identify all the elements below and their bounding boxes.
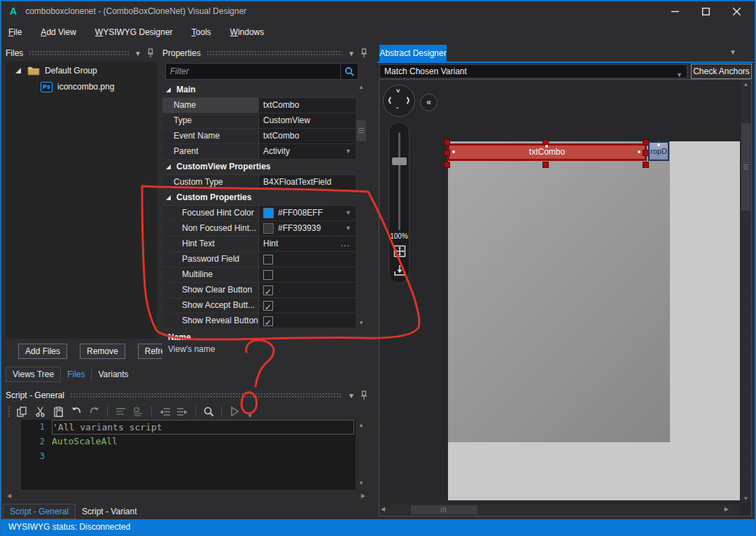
pan-up-icon[interactable]: ˅ [396, 87, 400, 94]
tab-files[interactable]: Files [61, 367, 91, 381]
dropdown-arrow-icon[interactable]: ▼ [345, 206, 351, 220]
scroll-up-icon[interactable]: ▲ [356, 83, 367, 92]
scroll-down-icon[interactable]: ▼ [356, 318, 367, 327]
pan-right-icon[interactable]: ❭ [405, 97, 411, 104]
menu-tools[interactable]: Tools [192, 27, 211, 37]
property-row-show-accept-button[interactable]: Show Accept Butt... [162, 298, 356, 313]
scroll-right-icon[interactable]: ▶ [724, 505, 729, 514]
property-row-show-reveal-button[interactable]: Show Reveal Button [162, 313, 356, 327]
designer-vertical-scrollbar[interactable]: ▲ ▼ [741, 80, 751, 503]
scroll-left-icon[interactable]: ◀ [381, 505, 385, 514]
editor-horizontal-scrollbar[interactable]: ◀ ▶ [6, 491, 367, 500]
tab-abstract-designer[interactable]: Abstract Designer [379, 45, 447, 62]
resize-handle[interactable] [444, 162, 450, 168]
tab-script-general[interactable]: Script - General [3, 504, 76, 519]
paste-icon[interactable] [51, 404, 65, 418]
dropdown-arrow-icon[interactable]: ▼ [345, 144, 351, 159]
zoom-slider[interactable]: 100% [388, 122, 410, 283]
uncomment-lines-icon[interactable] [132, 404, 146, 418]
property-row-event-name[interactable]: Event Name txtCombo [162, 129, 356, 144]
scroll-down-icon[interactable]: ▼ [741, 494, 751, 503]
menu-add-view[interactable]: Add View [41, 27, 76, 37]
property-group-main[interactable]: Main [162, 83, 356, 98]
menu-file[interactable]: File [8, 27, 22, 37]
comment-lines-icon[interactable] [113, 404, 127, 418]
chevron-down-icon[interactable]: ▼ [348, 50, 355, 57]
property-row-parent[interactable]: Parent Activity▼ [162, 144, 356, 160]
checkbox-unchecked[interactable] [263, 270, 273, 280]
checkbox-unchecked[interactable] [263, 255, 273, 265]
resize-handle[interactable] [542, 162, 549, 168]
collapse-panel-button[interactable]: « [420, 94, 438, 111]
code-editor[interactable]: 1 'All variants script 2 AutoScaleAll 3 [21, 420, 356, 490]
zoom-slider-thumb[interactable] [392, 157, 407, 165]
minimize-button[interactable] [659, 1, 690, 21]
tree-item-file[interactable]: Ps iconcombo.png [6, 80, 157, 94]
zoom-slider-track[interactable] [398, 132, 400, 230]
designer-horizontal-scrollbar[interactable]: ◀ ▶ [379, 505, 740, 515]
chevron-down-icon[interactable]: ▼ [134, 50, 141, 57]
shift-left-icon[interactable] [158, 404, 172, 418]
property-row-focused-hint-color[interactable]: Focused Hint Color #FF008EFF▼ [162, 206, 356, 221]
property-row-password-field[interactable]: Password Field [162, 252, 356, 267]
add-files-button[interactable]: Add Files [18, 344, 67, 359]
scrollbar-thumb[interactable] [356, 120, 366, 141]
checkbox-checked[interactable] [263, 316, 273, 326]
scrollbar-thumb[interactable] [411, 505, 477, 514]
variant-selector[interactable]: Match Chosen Variant ▼ [379, 64, 687, 78]
redo-icon[interactable] [88, 404, 102, 418]
run-script-icon[interactable] [227, 404, 241, 418]
toolbar-overflow-icon[interactable]: ▼ [247, 413, 253, 419]
pan-left-icon[interactable]: ❬ [387, 97, 393, 104]
shift-right-icon[interactable] [176, 404, 190, 418]
code-line[interactable]: 3 [21, 449, 356, 464]
menu-windows[interactable]: Windows [230, 27, 265, 37]
properties-scrollbar[interactable]: ▲ ▼ [356, 83, 367, 327]
scroll-up-icon[interactable]: ▲ [356, 421, 367, 430]
chevron-down-icon[interactable]: ▼ [729, 48, 736, 56]
find-icon[interactable] [202, 404, 216, 418]
property-row-hint-text[interactable]: Hint Text Hint... [162, 237, 356, 252]
scroll-left-icon[interactable]: ◀ [7, 491, 11, 500]
maximize-button[interactable] [690, 1, 721, 21]
pin-icon[interactable] [147, 48, 154, 58]
fit-to-screen-icon[interactable] [393, 245, 406, 258]
dropdown-arrow-icon[interactable]: ▼ [345, 221, 351, 236]
filter-input[interactable] [165, 63, 340, 80]
tree-expander-icon[interactable] [15, 68, 21, 73]
ellipsis-button[interactable]: ... [341, 237, 350, 251]
tab-script-variant[interactable]: Script - Variant [76, 505, 143, 519]
activity-canvas[interactable] [448, 141, 670, 442]
search-button[interactable] [340, 63, 358, 80]
pin-icon[interactable] [360, 390, 368, 400]
property-group-customview[interactable]: CustomView Properties [162, 160, 356, 175]
property-row-non-focused-hint[interactable]: Non Focused Hint... #FF393939▼ [162, 221, 356, 237]
cut-icon[interactable] [33, 404, 47, 418]
tab-views-tree[interactable]: Views Tree [6, 367, 61, 382]
pan-down-icon[interactable]: ˇ [396, 106, 398, 113]
scrollbar-thumb[interactable] [741, 123, 750, 211]
editor-vertical-scrollbar[interactable]: ▲ ▼ [356, 421, 367, 488]
pin-icon[interactable] [360, 48, 368, 58]
property-row-custom-type[interactable]: Custom Type B4XFloatTextField [162, 175, 356, 190]
scroll-up-icon[interactable]: ▲ [741, 80, 751, 89]
tab-variants[interactable]: Variants [92, 367, 134, 381]
close-button[interactable] [721, 1, 752, 21]
property-row-type[interactable]: Type CustomView [162, 113, 356, 129]
remove-button[interactable]: Remove [80, 344, 125, 359]
copy-icon[interactable] [15, 404, 29, 418]
menu-wysiwyg-designer[interactable]: WYSIWYG Designer [95, 27, 173, 37]
property-row-show-clear-button[interactable]: Show Clear Button [162, 283, 356, 298]
property-group-custom-properties[interactable]: Custom Properties [162, 190, 356, 206]
chevron-down-icon[interactable]: ▼ [348, 392, 355, 400]
code-line[interactable]: 2 AutoScaleAll [21, 435, 356, 449]
import-layout-icon[interactable] [393, 264, 406, 276]
scroll-right-icon[interactable]: ▶ [361, 491, 365, 500]
resize-handle[interactable] [444, 150, 450, 156]
pan-control[interactable]: ˅ ˇ ❬ ❭ [383, 85, 415, 117]
check-anchors-button[interactable]: Check Anchors [691, 64, 752, 79]
resize-handle[interactable] [444, 139, 450, 146]
toolbar-grip[interactable] [8, 406, 10, 417]
resize-handle[interactable] [643, 162, 649, 168]
code-line[interactable]: 1 'All variants script [21, 420, 356, 435]
